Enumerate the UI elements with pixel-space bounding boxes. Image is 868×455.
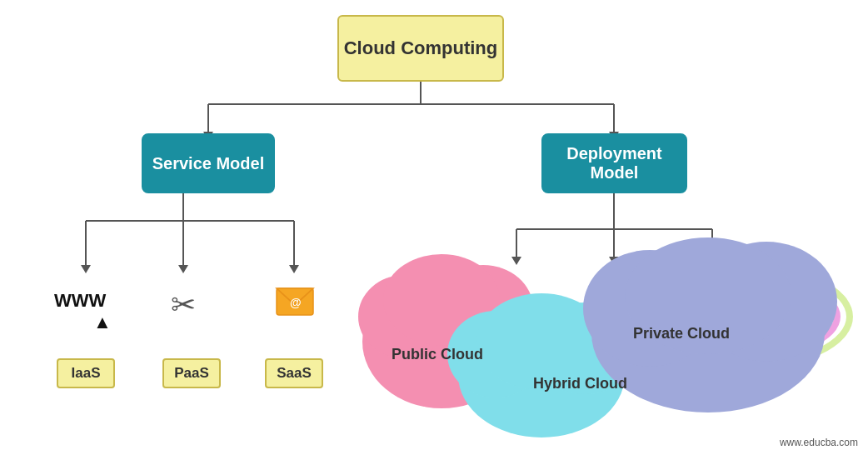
paas-box: PaaS [162,358,221,388]
email-icon: @ [275,283,315,324]
clouds-svg [358,233,858,450]
root-label: Cloud Computing [344,38,498,59]
root-node: Cloud Computing [337,15,504,82]
scissors-icon: ✂ [171,288,196,322]
public-cloud-label: Public Cloud [392,346,483,363]
private-cloud-label: Private Cloud [633,325,730,342]
watermark: www.educba.com [780,437,858,448]
diagram-container: Cloud Computing Service Model Deployment… [0,0,868,455]
hybrid-cloud-label: Hybrid Cloud [533,375,627,392]
cursor-icon: ▲ [93,312,112,333]
svg-marker-10 [81,265,91,273]
svg-marker-12 [178,265,188,273]
iaas-label: IaaS [72,365,101,382]
paas-label: PaaS [174,365,209,382]
saas-box: SaaS [265,358,323,388]
deployment-model-node: Deployment Model [541,133,687,193]
www-icon: WWW [54,290,106,312]
svg-marker-15 [289,265,299,273]
service-model-label: Service Model [152,154,265,173]
service-model-node: Service Model [142,133,275,193]
saas-label: SaaS [277,365,312,382]
iaas-box: IaaS [57,358,115,388]
svg-text:@: @ [290,296,302,309]
deployment-model-label: Deployment Model [543,144,686,182]
